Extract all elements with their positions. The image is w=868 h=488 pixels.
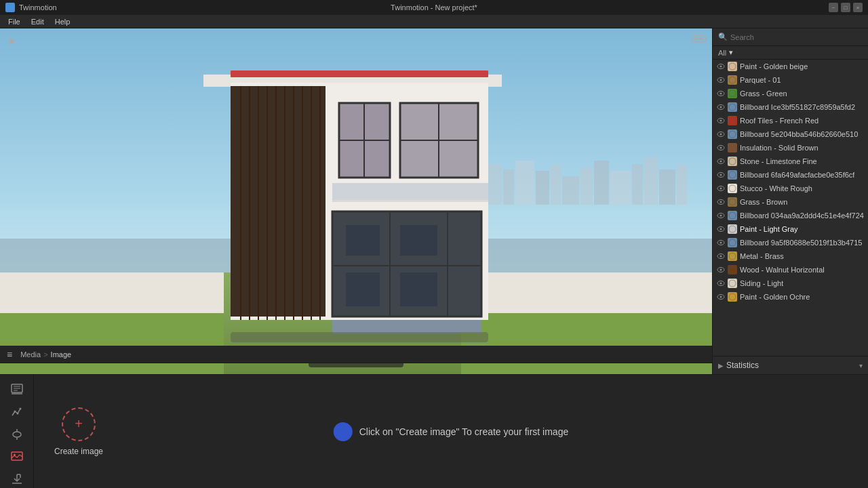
svg-point-123 — [729, 253, 736, 260]
visibility-icon[interactable] — [717, 104, 725, 111]
material-row[interactable]: Wood - Walnut Horizontal — [713, 263, 868, 277]
search-input[interactable] — [730, 33, 863, 41]
material-row[interactable]: Grass - Brown — [713, 195, 868, 209]
material-color-swatch — [728, 292, 737, 302]
visibility-icon[interactable] — [717, 266, 725, 274]
visibility-icon[interactable] — [717, 171, 725, 179]
material-row[interactable]: Roof Tiles - French Red — [713, 114, 868, 127]
app-name: Twinmotion — [19, 3, 57, 12]
right-panel: 🔍 All ▾ Paint - Golden beigeParquet - 01… — [712, 28, 868, 374]
visibility-icon[interactable] — [717, 158, 725, 165]
material-row[interactable]: Billboard 5e204bba546b62660e510 — [713, 127, 868, 141]
material-color-swatch — [728, 129, 737, 139]
material-name: Paint - Light Gray — [740, 225, 798, 233]
material-row[interactable]: Billboard Ice3bf551827c8959a5fd2 — [713, 100, 868, 114]
nav-media[interactable]: Media — [20, 350, 41, 359]
tool-export[interactable] — [7, 470, 26, 488]
visibility-icon[interactable] — [717, 199, 725, 206]
material-row[interactable]: Parquet - 01 — [713, 73, 868, 87]
tool-image-create[interactable] — [7, 447, 26, 466]
svg-point-141 — [13, 432, 21, 437]
svg-point-80 — [720, 65, 722, 67]
svg-rect-25 — [461, 272, 712, 313]
svg-point-120 — [729, 239, 736, 246]
visibility-icon[interactable] — [717, 185, 725, 192]
hamburger-icon[interactable]: ≡ — [7, 349, 12, 360]
bottom-panel: + Create image Click on "Create image" T… — [0, 374, 868, 488]
search-bar: 🔍 — [713, 28, 868, 46]
close-button[interactable]: × — [853, 3, 863, 12]
bottom-nav: ≡ Media > Image — [0, 346, 712, 363]
material-color-swatch — [728, 251, 737, 261]
svg-rect-17 — [644, 157, 658, 205]
visibility-icon[interactable] — [717, 280, 725, 287]
visibility-icon[interactable] — [717, 131, 725, 138]
tool-analytics[interactable] — [7, 403, 26, 421]
svg-rect-10 — [536, 171, 549, 205]
svg-point-102 — [729, 158, 736, 165]
svg-point-128 — [720, 282, 722, 284]
svg-point-116 — [720, 228, 722, 230]
svg-rect-19 — [677, 164, 687, 205]
material-row[interactable]: Billboard 6fa649afacfacbe0e35f6cf — [713, 168, 868, 182]
tool-paint[interactable] — [7, 425, 26, 443]
create-image-icon: + — [62, 407, 96, 441]
material-row[interactable]: Billboard 034aa9a2ddd4c51e4e4f724 — [713, 209, 868, 222]
svg-rect-24 — [0, 272, 224, 313]
search-icon: 🔍 — [718, 33, 728, 41]
material-row[interactable]: Metal - Brass — [713, 249, 868, 263]
svg-point-98 — [720, 146, 722, 148]
svg-rect-59 — [400, 272, 437, 306]
material-row[interactable]: Stone - Limestone Fine — [713, 155, 868, 168]
visibility-icon[interactable] — [717, 63, 725, 70]
restore-button[interactable]: □ — [841, 3, 850, 12]
material-color-swatch — [728, 62, 737, 71]
material-row[interactable]: Paint - Light Gray — [713, 222, 868, 236]
menu-edit[interactable]: Edit — [26, 15, 50, 28]
visibility-icon[interactable] — [717, 253, 725, 260]
material-row[interactable]: Paint - Golden beige — [713, 60, 868, 73]
svg-point-113 — [720, 214, 722, 216]
svg-point-83 — [720, 79, 722, 81]
svg-point-101 — [720, 160, 722, 162]
nav-image[interactable]: Image — [51, 350, 72, 359]
filter-row: All ▾ — [713, 46, 868, 60]
create-image-button[interactable]: + Create image — [54, 407, 103, 456]
material-color-swatch — [728, 157, 737, 166]
visibility-icon[interactable] — [717, 77, 725, 84]
viewport-play-button[interactable]: ▶ — [5, 34, 19, 47]
visibility-icon[interactable] — [717, 212, 725, 220]
visibility-icon[interactable] — [717, 239, 725, 247]
svg-point-110 — [720, 201, 722, 203]
material-name: Paint - Golden Ochre — [740, 293, 810, 301]
statistics-row[interactable]: ▶ Statistics ▾ — [713, 356, 868, 374]
material-row[interactable]: Stucco - White Rough — [713, 182, 868, 195]
window-controls: − □ × — [829, 3, 863, 12]
material-row[interactable]: Billboard 9a5f80688e5019f1b3b4715 — [713, 236, 868, 249]
svg-rect-7 — [487, 164, 502, 205]
material-row[interactable]: Siding - Light — [713, 277, 868, 290]
svg-point-63 — [694, 37, 698, 41]
svg-point-104 — [720, 174, 722, 176]
material-row[interactable]: Paint - Golden Ochre — [713, 290, 868, 304]
menu-help[interactable]: Help — [50, 15, 76, 28]
material-color-swatch — [728, 197, 737, 207]
material-row[interactable]: Grass - Green — [713, 87, 868, 100]
material-row[interactable]: Insulation - Solid Brown — [713, 141, 868, 155]
main-layout: ▶ — [0, 28, 868, 488]
visibility-icon[interactable] — [717, 226, 725, 233]
svg-point-93 — [729, 117, 736, 124]
minimize-button[interactable]: − — [829, 3, 838, 12]
viewport[interactable]: ▶ — [0, 28, 712, 374]
visibility-icon[interactable] — [717, 90, 725, 98]
visibility-icon[interactable] — [717, 293, 725, 301]
visibility-icon[interactable] — [717, 117, 725, 125]
statistics-arrow-icon: ▾ — [859, 362, 863, 369]
material-name: Stucco - White Rough — [740, 184, 812, 192]
menu-file[interactable]: File — [3, 15, 26, 28]
svg-point-138 — [14, 410, 16, 412]
filter-dropdown[interactable]: ▾ — [729, 48, 733, 57]
viewport-vr-button[interactable] — [690, 34, 707, 43]
visibility-icon[interactable] — [717, 144, 725, 152]
tool-image-list[interactable] — [7, 380, 26, 399]
